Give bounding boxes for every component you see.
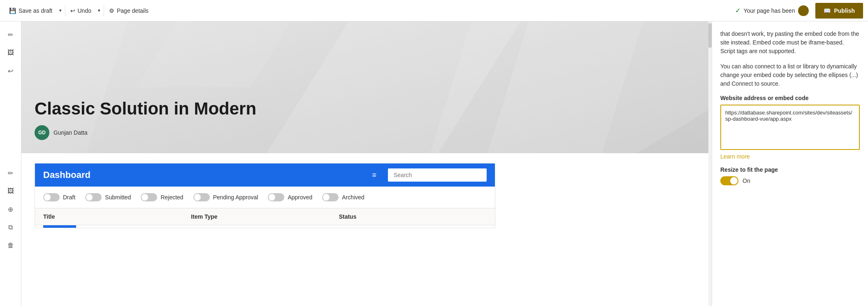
author-name: Gunjan Datta bbox=[53, 129, 88, 136]
col-status: Status bbox=[339, 213, 487, 220]
learn-more-link[interactable]: Learn more bbox=[720, 153, 860, 160]
resize-toggle[interactable] bbox=[720, 176, 738, 185]
resize-row: On bbox=[720, 176, 860, 185]
draft-label: Draft bbox=[63, 194, 75, 201]
webpart-container: Dashboard ≡ Draft Submitted bbox=[35, 163, 495, 228]
sidebar-move-icon[interactable]: ⊕ bbox=[2, 201, 19, 217]
approved-toggle[interactable] bbox=[268, 193, 284, 201]
filter-draft: Draft bbox=[43, 193, 75, 201]
save-draft-button[interactable]: 💾 Save as draft bbox=[5, 0, 57, 21]
avatar: GD bbox=[35, 125, 49, 140]
filter-archived: Archived bbox=[322, 193, 364, 201]
dashboard-header: Dashboard ≡ bbox=[35, 164, 495, 187]
hero-author: GD Gunjan Datta bbox=[35, 125, 256, 140]
resize-label: Resize to fit the page bbox=[720, 166, 860, 173]
sidebar-image-icon[interactable]: 🖼 bbox=[2, 44, 19, 61]
pending-label: Pending Approval bbox=[213, 194, 258, 201]
embed-label: Website address or embed code bbox=[720, 95, 860, 101]
hero-area: Classic Solution in Modern GD Gunjan Dat… bbox=[21, 21, 708, 153]
left-sidebar: ✏ 🖼 ↩ ✏ 🖼 ⊕ ⧉ 🗑 bbox=[0, 21, 21, 306]
main-content: ✏ 🖼 ↩ ✏ 🖼 ⊕ ⧉ 🗑 bbox=[0, 21, 868, 306]
panel-description-1: that doesn't work, try pasting the embed… bbox=[720, 30, 860, 56]
sidebar-delete-icon[interactable]: 🗑 bbox=[2, 237, 19, 254]
hero-content: Classic Solution in Modern GD Gunjan Dat… bbox=[35, 99, 256, 140]
gear-icon: ⚙ bbox=[109, 7, 114, 14]
filter-pending: Pending Approval bbox=[193, 193, 258, 201]
sidebar-pencil-icon[interactable]: ✏ bbox=[2, 26, 19, 43]
undo-label: Undo bbox=[78, 7, 91, 14]
publish-label: Publish bbox=[834, 7, 855, 14]
table-header: Title Item Type Status bbox=[35, 208, 495, 225]
resize-value: On bbox=[743, 178, 750, 184]
page-title: Classic Solution in Modern bbox=[35, 99, 256, 119]
right-panel: that doesn't work, try pasting the embed… bbox=[712, 21, 868, 306]
toolbar-divider-1 bbox=[65, 5, 65, 16]
draft-toggle[interactable] bbox=[43, 193, 60, 201]
sidebar-copy-icon[interactable]: ⧉ bbox=[2, 219, 19, 236]
dashboard-title: Dashboard bbox=[43, 170, 360, 180]
page-details-label: Page details bbox=[117, 7, 149, 14]
archived-label: Archived bbox=[342, 194, 364, 201]
toolbar-divider-2 bbox=[104, 5, 104, 16]
save-draft-chevron[interactable]: ▾ bbox=[57, 5, 64, 16]
submitted-toggle[interactable] bbox=[85, 193, 102, 201]
undo-icon: ↩ bbox=[70, 7, 75, 14]
panel-description-2: You can also connect to a list or librar… bbox=[720, 62, 860, 88]
scrollbar-track[interactable] bbox=[708, 21, 712, 306]
filter-approved: Approved bbox=[268, 193, 312, 201]
filter-rejected: Rejected bbox=[141, 193, 183, 201]
hamburger-button[interactable]: ≡ bbox=[369, 169, 380, 181]
toolbar-left: 💾 Save as draft ▾ ↩ Undo ▾ ⚙ Page detail… bbox=[5, 0, 153, 21]
col-item-type: Item Type bbox=[191, 213, 339, 220]
sidebar-media-icon[interactable]: 🖼 bbox=[2, 183, 19, 199]
embed-textarea[interactable]: https://dattabase.sharepoint.com/sites/d… bbox=[720, 105, 860, 150]
sidebar-undo-icon[interactable]: ↩ bbox=[2, 63, 19, 79]
undo-button[interactable]: ↩ Undo bbox=[66, 0, 95, 21]
submitted-label: Submitted bbox=[105, 194, 131, 201]
sidebar-edit-icon[interactable]: ✏ bbox=[2, 165, 19, 181]
status-text: Your page has been bbox=[744, 7, 795, 14]
toolbar-status: ✓ Your page has been bbox=[735, 5, 809, 16]
scrollbar-thumb[interactable] bbox=[708, 23, 712, 48]
archived-toggle[interactable] bbox=[322, 193, 339, 201]
rejected-label: Rejected bbox=[160, 194, 183, 201]
filter-submitted: Submitted bbox=[85, 193, 131, 201]
save-draft-label: Save as draft bbox=[19, 7, 53, 14]
table-row-indicator bbox=[43, 225, 76, 228]
pending-toggle[interactable] bbox=[193, 193, 210, 201]
status-dot bbox=[798, 5, 809, 16]
undo-chevron[interactable]: ▾ bbox=[95, 5, 103, 16]
publish-icon: 📖 bbox=[824, 7, 831, 14]
search-input[interactable] bbox=[388, 168, 487, 182]
check-icon: ✓ bbox=[735, 7, 740, 14]
dashboard-filters: Draft Submitted Rejected Pending Approva… bbox=[35, 187, 495, 208]
webpart-area: Dashboard ≡ Draft Submitted bbox=[21, 153, 708, 238]
approved-label: Approved bbox=[288, 194, 312, 201]
page-canvas: Classic Solution in Modern GD Gunjan Dat… bbox=[21, 21, 708, 306]
page-details-button[interactable]: ⚙ Page details bbox=[105, 0, 153, 21]
save-icon: 💾 bbox=[9, 7, 16, 14]
rejected-toggle[interactable] bbox=[141, 193, 157, 201]
publish-button[interactable]: 📖 Publish bbox=[815, 3, 863, 19]
toolbar: 💾 Save as draft ▾ ↩ Undo ▾ ⚙ Page detail… bbox=[0, 0, 868, 21]
col-title: Title bbox=[43, 213, 191, 220]
